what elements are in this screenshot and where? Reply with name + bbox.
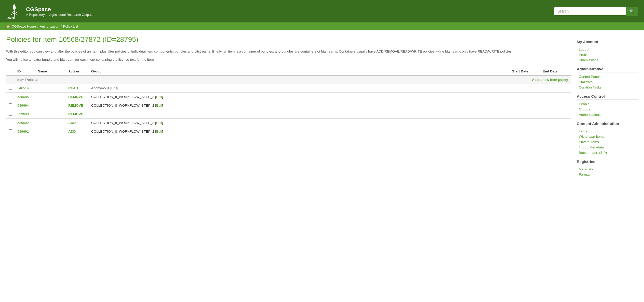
col-start-date: Start Date xyxy=(509,67,540,76)
policy-start-date xyxy=(509,110,540,119)
policy-group: COLLECTION_8_WORKFLOW_STEP_2 [Edit] xyxy=(89,127,509,136)
logo: CGIAR xyxy=(6,3,22,19)
site-name: CGSpace xyxy=(26,6,93,13)
col-end-date: End Date xyxy=(540,67,571,76)
row-checkbox[interactable] xyxy=(9,86,12,90)
sidebar-link-metadata[interactable]: Metadata xyxy=(577,167,638,172)
edit-link[interactable]: Edit xyxy=(156,121,162,125)
policy-section-row: Item Policies Add a new Item policy xyxy=(6,76,571,84)
sidebar-link-control-panel[interactable]: Control Panel xyxy=(577,74,638,79)
policy-name xyxy=(35,119,66,127)
row-checkbox[interactable] xyxy=(9,95,12,98)
sidebar-link-submissions[interactable]: Submissions xyxy=(577,57,638,63)
policy-id-link[interactable]: 539694 xyxy=(17,104,29,107)
policy-name xyxy=(35,101,66,110)
sidebar-link-curation-tasks[interactable]: Curation Tasks xyxy=(577,85,638,90)
policy-id-link[interactable]: 539692 xyxy=(17,121,29,125)
sidebar-link-authorizations[interactable]: Authorizations xyxy=(577,112,638,117)
sidebar-link-groups[interactable]: Groups xyxy=(577,107,638,112)
table-row: 546514 READ Anonymous [Edit] xyxy=(6,84,571,93)
row-checkbox[interactable] xyxy=(9,129,12,133)
policy-end-date xyxy=(540,93,571,101)
sidebar-section-title: Access Control xyxy=(577,94,638,100)
table-row: 539693 REMOVE ... xyxy=(6,110,571,119)
sidebar: My AccountLogoutProfileSubmissionsAdmini… xyxy=(577,35,638,177)
row-checkbox[interactable] xyxy=(9,121,12,124)
sidebar-section-title: Content Administration xyxy=(577,121,638,127)
description-block: With this editor you can view and alter … xyxy=(6,49,571,62)
sidebar-section-title: Administrative xyxy=(577,67,638,72)
policy-start-date xyxy=(509,93,540,101)
search-input[interactable] xyxy=(554,7,626,15)
breadcrumb-policy-list[interactable]: Policy List xyxy=(63,24,78,28)
policy-id-link[interactable]: 539693 xyxy=(17,112,29,116)
sidebar-link-items[interactable]: Items xyxy=(577,129,638,134)
header-left: CGIAR CGSpace A Repository of Agricultur… xyxy=(6,3,93,19)
edit-link[interactable]: Edit xyxy=(156,130,162,133)
policy-group: ... xyxy=(89,110,509,119)
policy-id-link[interactable]: 539695 xyxy=(17,95,29,99)
sidebar-link-people[interactable]: People xyxy=(577,101,638,107)
table-row: 539695 REMOVE COLLECTION_8_WORKFLOW_STEP… xyxy=(6,93,571,101)
svg-point-4 xyxy=(13,4,15,8)
policy-start-date xyxy=(509,101,540,110)
breadcrumb-home[interactable]: CGSpace Home xyxy=(12,24,36,28)
breadcrumb: 🏠 CGSpace Home / Authorization / Policy … xyxy=(0,22,644,30)
section-label: Item Policies xyxy=(15,76,89,84)
table-row: 539694 REMOVE COLLECTION_8_WORKFLOW_STEP… xyxy=(6,101,571,110)
policy-start-date xyxy=(509,84,540,93)
policy-end-date xyxy=(540,119,571,127)
add-policy-link[interactable]: Add a new Item policy xyxy=(532,78,568,82)
search-button[interactable]: 🔍 xyxy=(626,7,638,16)
policy-group: COLLECTION_8_WORKFLOW_STEP_3 [Edit] xyxy=(89,119,509,127)
col-group: Group xyxy=(89,67,509,76)
edit-link[interactable]: Edit xyxy=(156,104,162,107)
table-row: 539691 ADD COLLECTION_8_WORKFLOW_STEP_2 … xyxy=(6,127,571,136)
policy-id-link[interactable]: 539691 xyxy=(17,130,29,133)
col-checkbox xyxy=(6,67,15,76)
svg-text:CGIAR: CGIAR xyxy=(7,17,15,19)
policy-start-date xyxy=(509,127,540,136)
col-name: Name xyxy=(35,67,66,76)
policy-group: COLLECTION_8_WORKFLOW_STEP_2 [Edit] xyxy=(89,101,509,110)
sidebar-link-private-items[interactable]: Private Items xyxy=(577,139,638,145)
search-box: 🔍 xyxy=(554,7,638,16)
sidebar-link-logout[interactable]: Logout xyxy=(577,47,638,52)
search-icon: 🔍 xyxy=(629,9,634,14)
edit-link[interactable]: Edit xyxy=(111,86,117,90)
page-title: Policies for Item 10568/27872 (ID=28795) xyxy=(6,35,571,44)
site-title-block: CGSpace A Repository of Agricultural Res… xyxy=(26,6,93,17)
sidebar-link-import-metadata[interactable]: Import Metadata xyxy=(577,145,638,150)
sidebar-link-format[interactable]: Format xyxy=(577,172,638,177)
sidebar-link-batch-import-zip[interactable]: Batch Import (ZIP) xyxy=(577,150,638,155)
row-checkbox[interactable] xyxy=(9,103,12,107)
sidebar-section-title: Registries xyxy=(577,159,638,165)
policy-name xyxy=(35,110,66,119)
policy-name xyxy=(35,93,66,101)
policy-action: ADD xyxy=(66,127,89,136)
breadcrumb-sep-1: / xyxy=(37,24,38,28)
policy-end-date xyxy=(540,101,571,110)
policy-name xyxy=(35,84,66,93)
col-action: Action xyxy=(66,67,89,76)
breadcrumb-authorization[interactable]: Authorization xyxy=(40,24,59,28)
policy-start-date xyxy=(509,119,540,127)
policy-end-date xyxy=(540,84,571,93)
main-container: Policies for Item 10568/27872 (ID=28795)… xyxy=(0,30,644,182)
sidebar-link-withdrawn-items[interactable]: Withdrawn Items xyxy=(577,134,638,139)
sidebar-link-profile[interactable]: Profile xyxy=(577,52,638,57)
content-area: Policies for Item 10568/27872 (ID=28795)… xyxy=(6,35,571,177)
policy-end-date xyxy=(540,127,571,136)
policy-group: COLLECTION_8_WORKFLOW_STEP_3 [Edit] xyxy=(89,93,509,101)
policy-action: ADD xyxy=(66,119,89,127)
edit-link[interactable]: Edit xyxy=(156,95,162,99)
policy-action: REMOVE xyxy=(66,93,89,101)
row-checkbox[interactable] xyxy=(9,112,12,116)
table-row: 539692 ADD COLLECTION_8_WORKFLOW_STEP_3 … xyxy=(6,119,571,127)
site-tagline: A Repository of Agricultural Research Ou… xyxy=(26,13,93,17)
policy-table: ID Name Action Group Start Date End Date… xyxy=(6,67,571,136)
sidebar-link-statistics[interactable]: Statistics xyxy=(577,79,638,85)
policy-id-link[interactable]: 546514 xyxy=(17,86,29,90)
cgiar-logo-icon: CGIAR xyxy=(6,3,22,19)
policy-action: READ xyxy=(66,84,89,93)
